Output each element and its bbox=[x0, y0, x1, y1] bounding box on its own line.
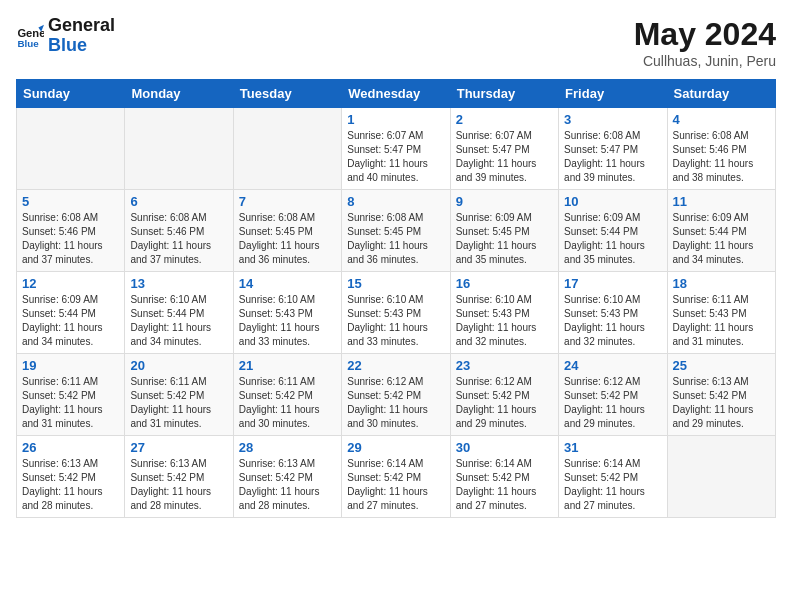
logo-text: General Blue bbox=[48, 16, 115, 56]
calendar-cell: 31Sunrise: 6:14 AMSunset: 5:42 PMDayligh… bbox=[559, 436, 667, 518]
day-number: 9 bbox=[456, 194, 553, 209]
day-number: 13 bbox=[130, 276, 227, 291]
day-info: Sunrise: 6:13 AMSunset: 5:42 PMDaylight:… bbox=[673, 375, 770, 431]
day-info: Sunrise: 6:10 AMSunset: 5:43 PMDaylight:… bbox=[239, 293, 336, 349]
calendar-cell: 23Sunrise: 6:12 AMSunset: 5:42 PMDayligh… bbox=[450, 354, 558, 436]
header: General Blue General Blue May 2024 Cullh… bbox=[16, 16, 776, 69]
calendar-cell: 21Sunrise: 6:11 AMSunset: 5:42 PMDayligh… bbox=[233, 354, 341, 436]
day-number: 7 bbox=[239, 194, 336, 209]
svg-text:Blue: Blue bbox=[17, 38, 39, 49]
calendar-cell: 20Sunrise: 6:11 AMSunset: 5:42 PMDayligh… bbox=[125, 354, 233, 436]
day-number: 15 bbox=[347, 276, 444, 291]
calendar-cell: 4Sunrise: 6:08 AMSunset: 5:46 PMDaylight… bbox=[667, 108, 775, 190]
day-info: Sunrise: 6:09 AMSunset: 5:44 PMDaylight:… bbox=[564, 211, 661, 267]
calendar-week-row: 26Sunrise: 6:13 AMSunset: 5:42 PMDayligh… bbox=[17, 436, 776, 518]
day-info: Sunrise: 6:09 AMSunset: 5:44 PMDaylight:… bbox=[22, 293, 119, 349]
day-number: 8 bbox=[347, 194, 444, 209]
calendar-week-row: 1Sunrise: 6:07 AMSunset: 5:47 PMDaylight… bbox=[17, 108, 776, 190]
weekday-header-row: SundayMondayTuesdayWednesdayThursdayFrid… bbox=[17, 80, 776, 108]
calendar-cell: 9Sunrise: 6:09 AMSunset: 5:45 PMDaylight… bbox=[450, 190, 558, 272]
calendar-cell: 30Sunrise: 6:14 AMSunset: 5:42 PMDayligh… bbox=[450, 436, 558, 518]
day-number: 24 bbox=[564, 358, 661, 373]
day-info: Sunrise: 6:13 AMSunset: 5:42 PMDaylight:… bbox=[22, 457, 119, 513]
day-number: 26 bbox=[22, 440, 119, 455]
day-info: Sunrise: 6:08 AMSunset: 5:46 PMDaylight:… bbox=[130, 211, 227, 267]
calendar-table: SundayMondayTuesdayWednesdayThursdayFrid… bbox=[16, 79, 776, 518]
calendar-cell: 11Sunrise: 6:09 AMSunset: 5:44 PMDayligh… bbox=[667, 190, 775, 272]
day-number: 1 bbox=[347, 112, 444, 127]
day-number: 4 bbox=[673, 112, 770, 127]
calendar-cell: 27Sunrise: 6:13 AMSunset: 5:42 PMDayligh… bbox=[125, 436, 233, 518]
day-number: 20 bbox=[130, 358, 227, 373]
day-info: Sunrise: 6:14 AMSunset: 5:42 PMDaylight:… bbox=[564, 457, 661, 513]
calendar-cell: 29Sunrise: 6:14 AMSunset: 5:42 PMDayligh… bbox=[342, 436, 450, 518]
day-info: Sunrise: 6:11 AMSunset: 5:42 PMDaylight:… bbox=[239, 375, 336, 431]
logo-icon: General Blue bbox=[16, 22, 44, 50]
day-info: Sunrise: 6:07 AMSunset: 5:47 PMDaylight:… bbox=[347, 129, 444, 185]
day-info: Sunrise: 6:10 AMSunset: 5:44 PMDaylight:… bbox=[130, 293, 227, 349]
day-info: Sunrise: 6:13 AMSunset: 5:42 PMDaylight:… bbox=[130, 457, 227, 513]
day-info: Sunrise: 6:08 AMSunset: 5:45 PMDaylight:… bbox=[239, 211, 336, 267]
day-number: 25 bbox=[673, 358, 770, 373]
calendar-week-row: 19Sunrise: 6:11 AMSunset: 5:42 PMDayligh… bbox=[17, 354, 776, 436]
calendar-week-row: 12Sunrise: 6:09 AMSunset: 5:44 PMDayligh… bbox=[17, 272, 776, 354]
day-number: 11 bbox=[673, 194, 770, 209]
logo: General Blue General Blue bbox=[16, 16, 115, 56]
day-number: 28 bbox=[239, 440, 336, 455]
day-number: 3 bbox=[564, 112, 661, 127]
calendar-week-row: 5Sunrise: 6:08 AMSunset: 5:46 PMDaylight… bbox=[17, 190, 776, 272]
location: Cullhuas, Junin, Peru bbox=[634, 53, 776, 69]
logo-line1: General bbox=[48, 16, 115, 36]
day-info: Sunrise: 6:09 AMSunset: 5:45 PMDaylight:… bbox=[456, 211, 553, 267]
day-number: 5 bbox=[22, 194, 119, 209]
calendar-cell bbox=[667, 436, 775, 518]
title-area: May 2024 Cullhuas, Junin, Peru bbox=[634, 16, 776, 69]
day-number: 30 bbox=[456, 440, 553, 455]
calendar-cell: 16Sunrise: 6:10 AMSunset: 5:43 PMDayligh… bbox=[450, 272, 558, 354]
day-number: 6 bbox=[130, 194, 227, 209]
calendar-cell: 15Sunrise: 6:10 AMSunset: 5:43 PMDayligh… bbox=[342, 272, 450, 354]
day-number: 10 bbox=[564, 194, 661, 209]
weekday-header-monday: Monday bbox=[125, 80, 233, 108]
calendar-cell: 7Sunrise: 6:08 AMSunset: 5:45 PMDaylight… bbox=[233, 190, 341, 272]
day-info: Sunrise: 6:14 AMSunset: 5:42 PMDaylight:… bbox=[347, 457, 444, 513]
weekday-header-tuesday: Tuesday bbox=[233, 80, 341, 108]
day-info: Sunrise: 6:12 AMSunset: 5:42 PMDaylight:… bbox=[564, 375, 661, 431]
day-info: Sunrise: 6:10 AMSunset: 5:43 PMDaylight:… bbox=[456, 293, 553, 349]
day-number: 12 bbox=[22, 276, 119, 291]
day-number: 19 bbox=[22, 358, 119, 373]
calendar-cell: 6Sunrise: 6:08 AMSunset: 5:46 PMDaylight… bbox=[125, 190, 233, 272]
day-number: 18 bbox=[673, 276, 770, 291]
day-number: 22 bbox=[347, 358, 444, 373]
day-info: Sunrise: 6:10 AMSunset: 5:43 PMDaylight:… bbox=[564, 293, 661, 349]
calendar-cell: 14Sunrise: 6:10 AMSunset: 5:43 PMDayligh… bbox=[233, 272, 341, 354]
day-number: 31 bbox=[564, 440, 661, 455]
logo-line2: Blue bbox=[48, 36, 115, 56]
calendar-cell: 12Sunrise: 6:09 AMSunset: 5:44 PMDayligh… bbox=[17, 272, 125, 354]
day-number: 23 bbox=[456, 358, 553, 373]
calendar-cell: 5Sunrise: 6:08 AMSunset: 5:46 PMDaylight… bbox=[17, 190, 125, 272]
calendar-cell: 17Sunrise: 6:10 AMSunset: 5:43 PMDayligh… bbox=[559, 272, 667, 354]
day-info: Sunrise: 6:08 AMSunset: 5:46 PMDaylight:… bbox=[22, 211, 119, 267]
calendar-cell: 25Sunrise: 6:13 AMSunset: 5:42 PMDayligh… bbox=[667, 354, 775, 436]
calendar-cell: 13Sunrise: 6:10 AMSunset: 5:44 PMDayligh… bbox=[125, 272, 233, 354]
day-info: Sunrise: 6:08 AMSunset: 5:47 PMDaylight:… bbox=[564, 129, 661, 185]
day-info: Sunrise: 6:13 AMSunset: 5:42 PMDaylight:… bbox=[239, 457, 336, 513]
calendar-cell: 24Sunrise: 6:12 AMSunset: 5:42 PMDayligh… bbox=[559, 354, 667, 436]
calendar-cell: 26Sunrise: 6:13 AMSunset: 5:42 PMDayligh… bbox=[17, 436, 125, 518]
calendar-cell: 22Sunrise: 6:12 AMSunset: 5:42 PMDayligh… bbox=[342, 354, 450, 436]
day-number: 14 bbox=[239, 276, 336, 291]
day-info: Sunrise: 6:14 AMSunset: 5:42 PMDaylight:… bbox=[456, 457, 553, 513]
calendar-cell: 19Sunrise: 6:11 AMSunset: 5:42 PMDayligh… bbox=[17, 354, 125, 436]
day-number: 17 bbox=[564, 276, 661, 291]
calendar-cell: 18Sunrise: 6:11 AMSunset: 5:43 PMDayligh… bbox=[667, 272, 775, 354]
weekday-header-saturday: Saturday bbox=[667, 80, 775, 108]
day-info: Sunrise: 6:08 AMSunset: 5:46 PMDaylight:… bbox=[673, 129, 770, 185]
weekday-header-friday: Friday bbox=[559, 80, 667, 108]
day-info: Sunrise: 6:11 AMSunset: 5:42 PMDaylight:… bbox=[22, 375, 119, 431]
day-number: 16 bbox=[456, 276, 553, 291]
calendar-cell: 1Sunrise: 6:07 AMSunset: 5:47 PMDaylight… bbox=[342, 108, 450, 190]
day-number: 2 bbox=[456, 112, 553, 127]
day-info: Sunrise: 6:08 AMSunset: 5:45 PMDaylight:… bbox=[347, 211, 444, 267]
weekday-header-sunday: Sunday bbox=[17, 80, 125, 108]
